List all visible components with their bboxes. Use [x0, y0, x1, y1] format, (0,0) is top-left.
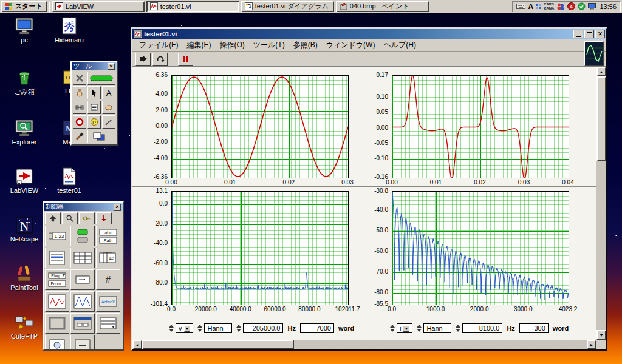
menu-help[interactable]: ヘルプ(H) — [379, 39, 420, 52]
close-icon[interactable]: × — [108, 63, 115, 70]
desktop-icon-explorer[interactable]: Explorer — [5, 119, 44, 146]
chevron-down-icon[interactable]: ▼ — [403, 325, 409, 332]
controls-boolean-button[interactable] — [70, 226, 95, 246]
run-button[interactable] — [135, 53, 151, 66]
window-titlebar[interactable]: tester01.vi ✕ — [132, 29, 606, 39]
controls-palette-titlebar[interactable]: 制御器 × — [44, 203, 123, 211]
caps-kana-indicator[interactable]: CAPS KANA — [544, 2, 554, 11]
sample-count-right[interactable]: 300 — [519, 323, 549, 333]
panel-vi-icon[interactable] — [584, 41, 604, 66]
desktop-icon-recycle-bin[interactable]: ごみ箱 — [5, 68, 44, 96]
desktop-icon-tester01[interactable]: tester01 — [50, 167, 89, 194]
scroll-up-button[interactable]: ▲ — [596, 67, 606, 76]
tool-shortcut-menu-button[interactable] — [87, 101, 101, 114]
palette-pin-button[interactable] — [96, 212, 112, 224]
vertical-scrollbar[interactable]: ▲ ▼ — [596, 67, 606, 340]
ime-pad-icon[interactable] — [536, 4, 541, 9]
run-continuous-button[interactable] — [152, 53, 168, 66]
tray-display-icon[interactable] — [588, 3, 596, 10]
close-icon[interactable]: × — [114, 204, 121, 211]
keyboard-icon[interactable] — [516, 3, 525, 10]
desktop-icon-netscape[interactable]: N Netscape — [5, 216, 44, 243]
rate-spinner-left[interactable] — [236, 325, 241, 332]
palette-up-button[interactable] — [45, 212, 61, 224]
desktop-icon-cuteftp[interactable]: CuteFTP — [5, 313, 44, 340]
controls-graph-button[interactable] — [70, 291, 95, 312]
scroll-down-button[interactable]: ▼ — [596, 330, 606, 340]
window-spinner-right[interactable] — [417, 325, 422, 332]
close-button[interactable]: ✕ — [595, 30, 605, 38]
channel-ring-right[interactable]: i ▼ — [397, 323, 412, 333]
controls-ring-button[interactable]: RingEnum — [45, 269, 69, 290]
ime-mode-indicator[interactable]: A — [528, 2, 533, 11]
controls-number-sign-button[interactable]: # — [96, 269, 120, 290]
taskbar-task-paint[interactable]: 040.bmp - ペイント — [336, 1, 429, 12]
menu-window[interactable]: ウィンドウ(W) — [322, 39, 380, 52]
palette-options-button[interactable] — [79, 212, 95, 224]
desktop-icon-labview[interactable]: LabVIEW — [5, 167, 44, 194]
tool-wire-button[interactable] — [73, 101, 86, 114]
tool-scroll-button[interactable] — [102, 101, 115, 114]
controls-extra-button-2[interactable] — [70, 335, 95, 351]
controls-activex-button[interactable]: ActiveX — [96, 291, 120, 312]
taskbar-task-diagram[interactable]: tester01.vi ダイアグラム — [241, 1, 334, 12]
palette-search-button[interactable] — [62, 212, 78, 224]
menu-operate[interactable]: 操作(O) — [215, 39, 248, 52]
controls-menu-button[interactable] — [96, 313, 120, 334]
desktop-icon-hidemaru[interactable]: 秀 Hidemaru — [50, 17, 89, 44]
tool-set-color-button[interactable] — [73, 130, 86, 143]
controls-numeric-button[interactable]: 1.23 — [45, 226, 69, 246]
maximize-button[interactable] — [584, 30, 594, 38]
channel-spinner-right[interactable] — [390, 325, 395, 332]
menu-tools[interactable]: ツール(T) — [249, 39, 289, 52]
rate-spinner-right[interactable] — [456, 325, 460, 332]
controls-chart-button[interactable] — [45, 291, 69, 312]
desktop-icon-pc[interactable]: pc — [5, 17, 44, 44]
tray-users-icon[interactable] — [556, 2, 565, 10]
tool-color-swatches-button[interactable] — [87, 130, 115, 143]
tool-breakpoint-button[interactable] — [73, 115, 86, 129]
taskbar-task-labview[interactable]: LabVIEW — [52, 1, 145, 12]
vertical-scroll-thumb[interactable] — [596, 76, 606, 161]
sample-rate-right[interactable]: 8100.0 — [462, 323, 502, 333]
tool-position-button[interactable] — [87, 86, 101, 99]
tray-ime-red-icon[interactable]: A — [567, 2, 575, 10]
sample-rate-left[interactable]: 205000.0 — [243, 323, 283, 333]
tools-palette-titlebar[interactable]: ツール × — [72, 62, 117, 70]
controls-string-button[interactable]: abcPath — [96, 226, 120, 246]
tool-label-button[interactable]: A — [102, 86, 115, 99]
chevron-down-icon[interactable]: ▼ — [184, 325, 191, 332]
menu-browse[interactable]: 参照(B) — [289, 39, 322, 52]
start-button[interactable]: スタート — [1, 1, 47, 12]
menu-edit[interactable]: 編集(E) — [182, 39, 215, 52]
tool-probe-button[interactable]: P — [87, 115, 101, 129]
tool-copy-color-button[interactable] — [102, 115, 115, 129]
controls-table-button[interactable] — [70, 248, 95, 268]
controls-extra-button-1[interactable] — [45, 335, 69, 351]
horizontal-scroll-thumb[interactable] — [142, 340, 294, 349]
scroll-right-button[interactable]: ► — [587, 340, 596, 349]
controls-refnum-button[interactable] — [70, 269, 95, 290]
controls-dialog-button[interactable] — [70, 313, 95, 334]
tool-auto-led-button[interactable] — [87, 72, 115, 85]
controls-decorations-button[interactable] — [45, 313, 69, 334]
horizontal-scrollbar[interactable]: ◄ ► — [132, 340, 596, 349]
channel-spinner-left[interactable] — [169, 325, 174, 332]
pause-button[interactable] — [178, 53, 193, 66]
window-spinner-left[interactable] — [197, 325, 202, 332]
menu-file[interactable]: ファイル(F) — [135, 39, 182, 52]
window-function-left[interactable]: Hann — [204, 323, 232, 333]
channel-ring-left[interactable]: v ▼ — [176, 323, 193, 333]
desktop-icon-painttool[interactable]: PaintTool — [5, 265, 44, 291]
taskbar-task-tester01[interactable]: tester01.vi — [146, 1, 239, 12]
y-tick-label: 4.00 — [156, 91, 168, 97]
tool-auto-select-button[interactable] — [73, 72, 86, 85]
tool-operate-button[interactable] — [73, 86, 86, 99]
scroll-left-button[interactable]: ◄ — [132, 340, 142, 349]
sample-count-left[interactable]: 7000 — [300, 323, 334, 333]
controls-array-button[interactable]: 12 — [96, 248, 120, 268]
controls-list-button[interactable] — [45, 248, 69, 268]
window-function-right[interactable]: Hann — [423, 323, 451, 333]
tray-green-icon[interactable] — [578, 2, 586, 10]
minimize-button[interactable] — [573, 30, 583, 38]
